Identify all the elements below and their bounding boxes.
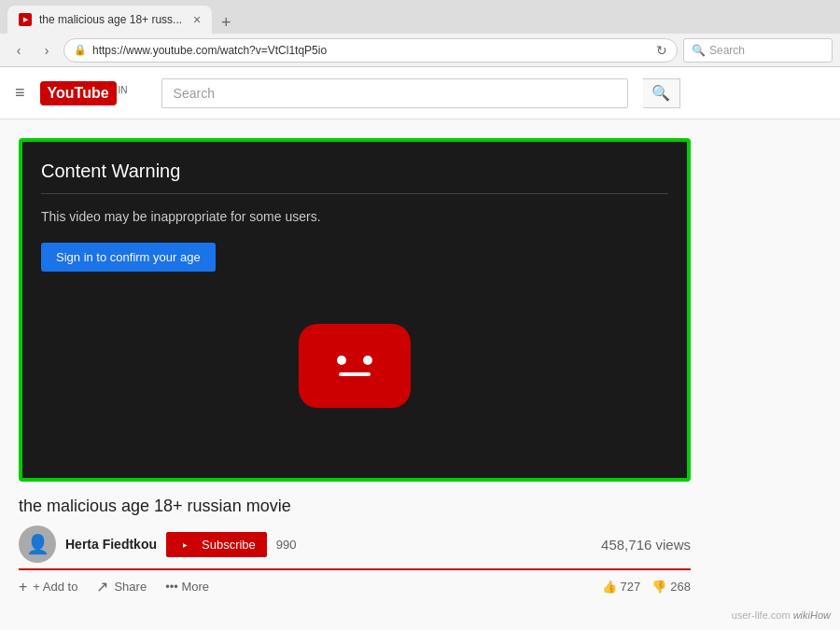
add-to-icon: + (19, 579, 27, 595)
new-tab-button[interactable]: + (212, 11, 240, 34)
warning-divider (41, 193, 668, 194)
subscribe-yt-icon (177, 539, 192, 549)
watermark-wikihow: wikiHow (793, 609, 831, 621)
warning-text: This video may be inappropriate for some… (41, 209, 668, 224)
url-box[interactable]: 🔒 https://www.youtube.com/watch?v=VtCl1t… (63, 38, 678, 63)
url-text: https://www.youtube.com/watch?v=VtCl1tqP… (92, 44, 647, 57)
forward-button[interactable]: › (35, 39, 58, 62)
like-icon: 👍 (602, 580, 617, 594)
like-count: 727 (621, 580, 641, 594)
share-button[interactable]: ↗ Share (96, 578, 147, 595)
video-highlight-border: Content Warning This video may be inappr… (19, 138, 691, 482)
dislike-button[interactable]: 👎 268 (651, 580, 691, 594)
back-button[interactable]: ‹ (7, 39, 30, 62)
dislike-icon: 👎 (651, 580, 666, 594)
add-to-button[interactable]: + + Add to (19, 579, 77, 595)
icon-eye-left (337, 356, 346, 365)
subscribe-button[interactable]: Subscribe (166, 532, 267, 557)
youtube-search-icon: 🔍 (651, 84, 670, 102)
channel-name[interactable]: Herta Fiedtkou (65, 537, 157, 552)
page-content: ≡ YouTube IN Search 🔍 Content Warning Th… (0, 67, 840, 630)
icon-eye-right (363, 356, 372, 365)
more-button[interactable]: ••• More (165, 580, 209, 594)
active-tab[interactable]: the malicious age 18+ russ... × (7, 6, 212, 34)
youtube-logo: YouTube IN (40, 81, 128, 105)
watermark-site: user-life.com (732, 609, 791, 621)
icon-mouth (339, 372, 371, 376)
youtube-header: ≡ YouTube IN Search 🔍 (0, 67, 840, 119)
like-button[interactable]: 👍 727 (602, 580, 641, 594)
subscribe-count: 990 (276, 538, 297, 552)
address-bar: ‹ › 🔒 https://www.youtube.com/watch?v=Vt… (0, 34, 840, 67)
channel-left: 👤 Herta Fiedtkou Subscribe 990 (19, 525, 297, 563)
add-to-label: + Add to (33, 580, 77, 594)
icon-eyes (337, 356, 372, 365)
youtube-country-label: IN (119, 85, 128, 95)
subscribe-label: Subscribe (202, 538, 256, 552)
video-section: Content Warning This video may be inappr… (0, 119, 709, 614)
video-title: the malicious age 18+ russian movie (19, 497, 691, 516)
views-count: 458,716 views (601, 537, 691, 553)
tab-favicon (19, 13, 32, 26)
youtube-search-button[interactable]: 🔍 (643, 78, 680, 108)
video-blocked-icon-area (41, 272, 668, 459)
lock-icon: 🔒 (74, 44, 87, 56)
channel-avatar: 👤 (19, 525, 56, 563)
sign-in-age-button[interactable]: Sign in to confirm your age (41, 243, 216, 272)
youtube-blocked-icon (299, 324, 411, 408)
actions-row: + + Add to ↗ Share ••• More 👍 727 👎 (19, 578, 691, 595)
browser-search-placeholder: Search (709, 44, 745, 57)
youtube-search-placeholder: Search (174, 86, 215, 101)
like-section: 👍 727 👎 268 (602, 580, 691, 594)
browser-search-box[interactable]: 🔍 Search (683, 38, 833, 63)
video-player: Content Warning This video may be inappr… (22, 142, 687, 478)
hamburger-menu[interactable]: ≡ (15, 83, 25, 103)
tab-close-button[interactable]: × (193, 12, 201, 27)
channel-info-row: 👤 Herta Fiedtkou Subscribe 990 458,716 v… (19, 525, 691, 563)
more-label: ••• More (165, 580, 209, 594)
watermark: user-life.com wikiHow (732, 609, 831, 621)
reload-button[interactable]: ↻ (656, 43, 667, 58)
youtube-logo-box: YouTube (40, 81, 117, 105)
tab-title: the malicious age 18+ russ... (39, 13, 182, 26)
youtube-search-input[interactable]: Search (161, 78, 628, 108)
content-warning-title: Content Warning (41, 161, 668, 182)
views-divider (19, 568, 691, 570)
browser-frame: the malicious age 18+ russ... × + ‹ › 🔒 … (0, 0, 840, 630)
tab-bar: the malicious age 18+ russ... × + (0, 0, 840, 34)
share-icon: ↗ (96, 578, 108, 595)
dislike-count: 268 (670, 580, 691, 594)
share-label: Share (114, 580, 147, 594)
browser-search-icon: 🔍 (692, 44, 706, 57)
